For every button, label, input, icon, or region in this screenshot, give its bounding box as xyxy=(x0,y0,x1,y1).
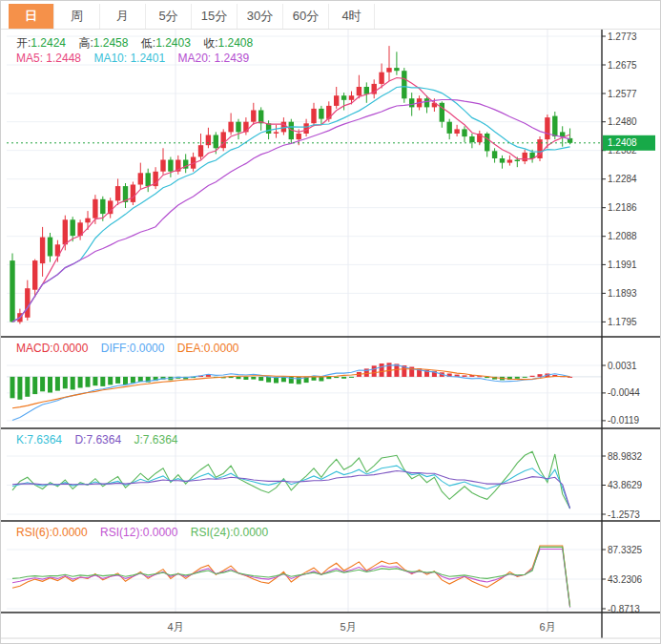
svg-text:1.1893: 1.1893 xyxy=(608,288,637,299)
rsi6-readout: RSI(6):0.0000 xyxy=(16,526,88,539)
svg-text:-0.0119: -0.0119 xyxy=(608,415,640,426)
tab-5min[interactable]: 5分 xyxy=(146,4,192,29)
main-gridlines xyxy=(7,36,602,322)
svg-text:88.9832: 88.9832 xyxy=(608,451,643,462)
macd-histogram xyxy=(10,363,573,400)
svg-text:43.2306: 43.2306 xyxy=(608,574,643,585)
svg-text:1.2577: 1.2577 xyxy=(608,89,637,99)
rsi24-readout: RSI(24):0.0000 xyxy=(191,526,268,539)
tab-60min[interactable]: 60分 xyxy=(283,4,329,29)
high-label: 高: xyxy=(78,36,93,50)
high-value: 1.2458 xyxy=(93,36,129,50)
macd-axis-ticks: 0.0031-0.0044-0.0119 xyxy=(602,361,640,426)
current-price-tag: 1.2408 xyxy=(603,135,655,151)
rsi-gridlines xyxy=(7,550,602,609)
chart-canvas: 1.27731.26751.25771.24801.23821.22841.21… xyxy=(1,1,661,644)
ma20-readout: MA20: 1.2439 xyxy=(177,52,249,65)
open-label: 开: xyxy=(16,36,31,50)
rsi12-readout: RSI(12):0.0000 xyxy=(100,526,177,539)
kdj-axis-ticks: 88.983243.8629-1.2573 xyxy=(602,451,643,520)
low-label: 低: xyxy=(141,36,155,50)
dea-readout: DEA:0.0000 xyxy=(177,342,239,355)
tab-30min[interactable]: 30分 xyxy=(238,4,283,29)
main-axis-ticks: 1.27731.26751.25771.24801.23821.22841.21… xyxy=(602,31,637,327)
tab-4hour[interactable]: 4时 xyxy=(329,4,375,29)
svg-text:1.2284: 1.2284 xyxy=(608,174,637,184)
svg-text:4月: 4月 xyxy=(167,621,183,633)
diff-readout: DIFF:0.0000 xyxy=(101,342,165,355)
close-value: 1.2408 xyxy=(218,36,254,50)
k-readout: K:7.6364 xyxy=(16,433,62,447)
kdj-gridlines xyxy=(7,456,602,514)
rsi-axis-ticks: 87.332543.2306-0.8713 xyxy=(602,545,643,614)
timeframe-tabbar: 日周月5分15分30分60分4时 xyxy=(1,1,660,30)
svg-text:1.2088: 1.2088 xyxy=(608,231,637,241)
ohlc-row: 开:1.2424 高:1.2458 低:1.2403 收:1.2408 xyxy=(16,35,262,51)
open-value: 1.2424 xyxy=(31,36,66,50)
macd-gridlines xyxy=(7,365,602,421)
month-labels: 4月5月6月 xyxy=(167,621,555,633)
low-value: 1.2403 xyxy=(155,36,191,50)
trading-chart-window: 日周月5分15分30分60分4时 1.27731.26751.25771.248… xyxy=(0,0,661,644)
macd-legend: MACD:0.0000 DIFF:0.0000 DEA:0.0000 xyxy=(16,341,248,356)
tab-month[interactable]: 月 xyxy=(100,4,146,29)
svg-text:-0.0044: -0.0044 xyxy=(608,387,640,398)
svg-text:43.8629: 43.8629 xyxy=(608,480,643,490)
tab-15min[interactable]: 15分 xyxy=(192,4,238,29)
tab-week[interactable]: 周 xyxy=(54,4,100,29)
j-readout: J:7.6364 xyxy=(134,433,177,447)
rsi-lines xyxy=(12,546,570,608)
svg-text:1.1991: 1.1991 xyxy=(608,260,637,270)
candlestick-series xyxy=(10,46,572,323)
main-ohlc-legend: 开:1.2424 高:1.2458 低:1.2403 收:1.2408 MA5:… xyxy=(16,35,262,66)
kdj-legend: K:7.6364 D:7.6364 J:7.6364 xyxy=(16,432,187,447)
close-label: 收: xyxy=(203,36,217,50)
ma10-readout: MA10: 1.2401 xyxy=(93,52,165,65)
svg-text:1.2675: 1.2675 xyxy=(608,60,637,71)
svg-text:5月: 5月 xyxy=(340,621,356,633)
rsi-legend: RSI(6):0.0000 RSI(12):0.0000 RSI(24):0.0… xyxy=(16,525,278,540)
svg-text:-1.2573: -1.2573 xyxy=(608,509,640,520)
svg-text:1.2480: 1.2480 xyxy=(608,116,637,127)
ma5-readout: MA5: 1.2448 xyxy=(16,52,81,65)
svg-text:6月: 6月 xyxy=(539,621,555,633)
svg-text:0.0031: 0.0031 xyxy=(608,361,637,371)
svg-text:1.2773: 1.2773 xyxy=(608,31,637,42)
kdj-lines xyxy=(12,451,570,509)
tab-day[interactable]: 日 xyxy=(9,4,54,29)
svg-text:1.2408: 1.2408 xyxy=(608,137,637,148)
macd-readout: MACD:0.0000 xyxy=(16,342,88,355)
svg-text:87.3325: 87.3325 xyxy=(608,545,643,555)
svg-text:1.1795: 1.1795 xyxy=(608,317,637,327)
d-readout: D:7.6364 xyxy=(74,433,121,447)
ma-row: MA5: 1.2448 MA10: 1.2401 MA20: 1.2439 xyxy=(16,51,262,66)
svg-text:1.2186: 1.2186 xyxy=(608,202,637,213)
